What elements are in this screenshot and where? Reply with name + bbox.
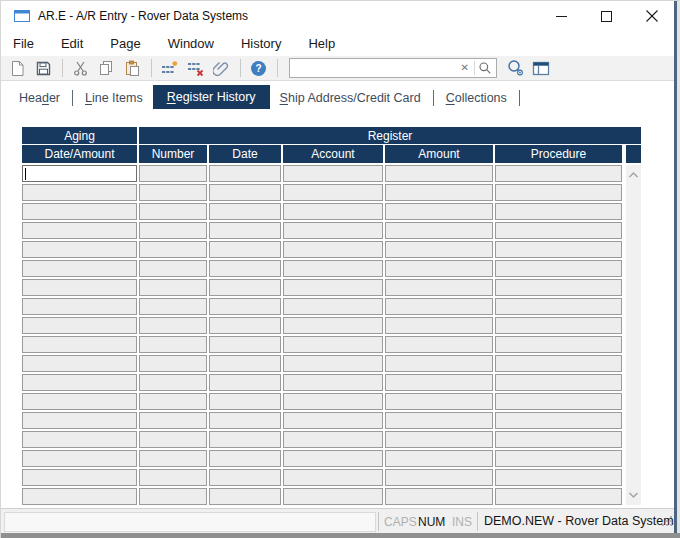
grid-cell-date[interactable] — [209, 355, 281, 372]
column-header-number[interactable]: Number — [139, 145, 207, 163]
grid-cell-date[interactable] — [209, 298, 281, 315]
grid-cell-date[interactable] — [209, 412, 281, 429]
grid-cell-procedure[interactable] — [495, 336, 622, 353]
grid-cell-account[interactable] — [283, 450, 383, 467]
grid-cell-date-amount[interactable] — [22, 260, 137, 277]
grid-cell-procedure[interactable] — [495, 317, 622, 334]
grid-cell-number[interactable] — [139, 355, 207, 372]
grid-cell-number[interactable] — [139, 393, 207, 410]
grid-cell-date-amount[interactable] — [22, 412, 137, 429]
grid-cell-account[interactable] — [283, 469, 383, 486]
grid-cell-procedure[interactable] — [495, 279, 622, 296]
menu-file[interactable]: File — [13, 36, 34, 51]
grid-cell-procedure[interactable] — [495, 165, 622, 182]
grid-cell-amount[interactable] — [385, 336, 493, 353]
grid-cell-number[interactable] — [139, 203, 207, 220]
grid-cell-procedure[interactable] — [495, 241, 622, 258]
delete-rows-button[interactable] — [183, 57, 207, 79]
grid-cell-date[interactable] — [209, 336, 281, 353]
resize-grip-icon[interactable] — [662, 513, 673, 531]
grid-cell-number[interactable] — [139, 336, 207, 353]
grid-cell-account[interactable] — [283, 241, 383, 258]
grid-cell-procedure[interactable] — [495, 374, 622, 391]
grid-cell-date[interactable] — [209, 450, 281, 467]
grid-cell-procedure[interactable] — [495, 431, 622, 448]
grid-cell-date-amount[interactable] — [22, 355, 137, 372]
menu-history[interactable]: History — [241, 36, 281, 51]
save-button[interactable] — [31, 57, 55, 79]
grid-cell-procedure[interactable] — [495, 222, 622, 239]
grid-cell-procedure[interactable] — [495, 488, 622, 505]
grid-cell-procedure[interactable] — [495, 450, 622, 467]
grid-cell-date[interactable] — [209, 241, 281, 258]
grid-cell-amount[interactable] — [385, 222, 493, 239]
grid-cell-number[interactable] — [139, 184, 207, 201]
grid-cell-amount[interactable] — [385, 450, 493, 467]
grid-cell-account[interactable] — [283, 336, 383, 353]
copy-button[interactable] — [94, 57, 118, 79]
grid-cell-date[interactable] — [209, 184, 281, 201]
grid-cell-date[interactable] — [209, 222, 281, 239]
grid-cell-account[interactable] — [283, 355, 383, 372]
grid-cell-account[interactable] — [283, 279, 383, 296]
grid-cell-number[interactable] — [139, 431, 207, 448]
grid-cell-procedure[interactable] — [495, 184, 622, 201]
column-header-amount[interactable]: Amount — [385, 145, 493, 163]
grid-cell-account[interactable] — [283, 374, 383, 391]
grid-cell-account[interactable] — [283, 431, 383, 448]
column-header-account[interactable]: Account — [283, 145, 383, 163]
maximize-button[interactable] — [584, 1, 629, 31]
grid-cell-amount[interactable] — [385, 412, 493, 429]
grid-cell-date-amount[interactable] — [22, 374, 137, 391]
grid-cell-number[interactable] — [139, 488, 207, 505]
insert-rows-button[interactable] — [157, 57, 181, 79]
tab-ship-address-credit-card[interactable]: Ship Address/Credit Card — [270, 88, 431, 109]
column-header-date[interactable]: Date — [209, 145, 281, 163]
new-document-button[interactable] — [5, 57, 29, 79]
grid-cell-date-amount[interactable] — [22, 450, 137, 467]
grid-cell-amount[interactable] — [385, 184, 493, 201]
grid-cell-procedure[interactable] — [495, 412, 622, 429]
grid-cell-date-amount[interactable] — [22, 165, 137, 182]
cut-button[interactable] — [68, 57, 92, 79]
help-button[interactable]: ? — [246, 57, 270, 79]
close-button[interactable] — [629, 1, 674, 31]
grid-cell-date-amount[interactable] — [22, 203, 137, 220]
grid-cell-procedure[interactable] — [495, 203, 622, 220]
grid-cell-date[interactable] — [209, 165, 281, 182]
grid-cell-amount[interactable] — [385, 393, 493, 410]
scroll-down-button[interactable] — [626, 487, 641, 503]
grid-cell-account[interactable] — [283, 412, 383, 429]
column-header-date-amount[interactable]: Date/Amount — [22, 145, 137, 163]
search-icon[interactable] — [476, 61, 494, 75]
menu-edit[interactable]: Edit — [61, 36, 83, 51]
grid-cell-number[interactable] — [139, 222, 207, 239]
grid-cell-date[interactable] — [209, 317, 281, 334]
menu-page[interactable]: Page — [110, 36, 140, 51]
grid-cell-number[interactable] — [139, 279, 207, 296]
grid-cell-amount[interactable] — [385, 298, 493, 315]
menu-help[interactable]: Help — [308, 36, 335, 51]
grid-cell-amount[interactable] — [385, 355, 493, 372]
grid-cell-date-amount[interactable] — [22, 488, 137, 505]
grid-cell-date[interactable] — [209, 203, 281, 220]
grid-cell-amount[interactable] — [385, 165, 493, 182]
grid-cell-date[interactable] — [209, 374, 281, 391]
grid-cell-date[interactable] — [209, 488, 281, 505]
grid-cell-procedure[interactable] — [495, 355, 622, 372]
grid-cell-date[interactable] — [209, 431, 281, 448]
grid-cell-number[interactable] — [139, 450, 207, 467]
scroll-up-button[interactable] — [626, 167, 641, 183]
window-layout-button[interactable] — [529, 57, 553, 79]
tab-header[interactable]: Header — [9, 88, 70, 109]
grid-cell-account[interactable] — [283, 393, 383, 410]
grid-cell-amount[interactable] — [385, 488, 493, 505]
grid-cell-date-amount[interactable] — [22, 279, 137, 296]
grid-cell-date-amount[interactable] — [22, 184, 137, 201]
grid-cell-account[interactable] — [283, 203, 383, 220]
grid-cell-number[interactable] — [139, 298, 207, 315]
column-header-procedure[interactable]: Procedure — [495, 145, 622, 163]
grid-cell-account[interactable] — [283, 298, 383, 315]
grid-cell-account[interactable] — [283, 260, 383, 277]
menu-window[interactable]: Window — [168, 36, 214, 51]
